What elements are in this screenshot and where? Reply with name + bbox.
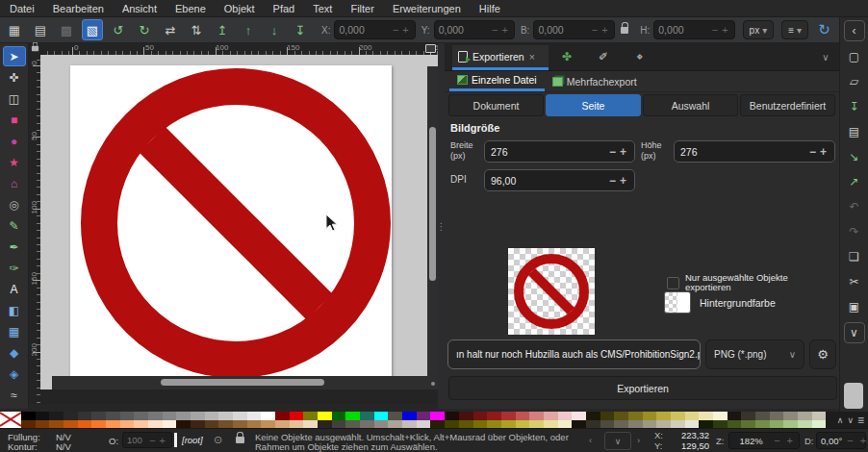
- palette-swatch[interactable]: [374, 420, 389, 429]
- palette-swatch[interactable]: [247, 420, 262, 429]
- palette-swatch[interactable]: [303, 420, 318, 429]
- palette-swatch[interactable]: [218, 412, 233, 420]
- vertical-ruler[interactable]: 050100150200250: [29, 55, 40, 404]
- palette-swatch[interactable]: [360, 412, 374, 420]
- palette-swatch[interactable]: [671, 420, 685, 429]
- palette-swatch[interactable]: [770, 420, 784, 429]
- scroll-up-icon[interactable]: ∧: [837, 415, 844, 425]
- palette-swatch[interactable]: [205, 412, 219, 420]
- menu-item[interactable]: Ansicht: [122, 3, 157, 14]
- export-width-field[interactable]: 276 − +: [484, 140, 635, 163]
- shape-builder-tool[interactable]: ◫: [3, 88, 26, 109]
- vertical-scrollbar-thumb[interactable]: [429, 127, 436, 281]
- star-tool[interactable]: ★: [3, 152, 26, 172]
- palette-swatch[interactable]: [275, 412, 290, 420]
- scroll-down-icon[interactable]: ∨: [847, 415, 854, 425]
- minus-icon[interactable]: −: [490, 24, 499, 36]
- gradient-tool[interactable]: ◧: [3, 300, 26, 320]
- calligraphy-tool[interactable]: ✑: [3, 258, 26, 278]
- height-field[interactable]: 0,000 − +: [653, 20, 734, 39]
- palette-swatch[interactable]: [473, 412, 488, 420]
- palette-swatch[interactable]: [501, 420, 516, 429]
- palette-swatch[interactable]: [374, 412, 389, 420]
- minus-icon[interactable]: −: [807, 145, 818, 159]
- palette-swatch[interactable]: [388, 412, 402, 420]
- paint-bucket-tool[interactable]: ◈: [3, 364, 26, 384]
- palette-swatch[interactable]: [78, 412, 92, 420]
- export-dialog-tab[interactable]: Exportieren ×: [452, 45, 549, 70]
- palette-swatch[interactable]: [303, 412, 318, 420]
- open-document-button[interactable]: ▱: [844, 72, 865, 91]
- plus-icon[interactable]: +: [500, 24, 510, 36]
- palette-swatch[interactable]: [205, 420, 219, 429]
- chevron-left-icon[interactable]: ‹: [589, 435, 592, 445]
- chevron-down-icon[interactable]: ∨: [812, 43, 839, 70]
- commands-bar-scroll-thumb[interactable]: [844, 383, 863, 409]
- plus-icon[interactable]: +: [858, 435, 868, 446]
- palette-swatch[interactable]: [685, 420, 700, 429]
- palette-swatch[interactable]: [713, 412, 728, 420]
- palette-swatch[interactable]: [516, 412, 530, 420]
- palette-swatch[interactable]: [233, 412, 247, 420]
- palette-swatch[interactable]: [120, 420, 135, 429]
- menu-item[interactable]: Ebene: [175, 3, 206, 14]
- palette-swatch[interactable]: [191, 420, 205, 429]
- palette-swatch[interactable]: [233, 420, 247, 429]
- palette-swatch[interactable]: [812, 420, 827, 429]
- palette-swatch[interactable]: [614, 420, 628, 429]
- rotate-ccw-button[interactable]: ↺: [108, 19, 129, 40]
- palette-swatch[interactable]: [501, 412, 516, 420]
- layer-lock-icon[interactable]: [236, 437, 244, 443]
- palette-swatch[interactable]: [656, 412, 671, 420]
- palette-swatch[interactable]: [473, 420, 488, 429]
- palette-swatch[interactable]: [49, 420, 64, 429]
- lower-to-bottom-button[interactable]: ↧: [290, 19, 311, 40]
- palette-swatch[interactable]: [728, 420, 742, 429]
- mesh-gradient-tool[interactable]: ▦: [3, 321, 26, 341]
- palette-menu-icon[interactable]: ≡: [857, 414, 864, 427]
- palette-swatch[interactable]: [529, 412, 544, 420]
- snapping-toggle-button[interactable]: ↻: [814, 19, 834, 40]
- palette-swatch[interactable]: [487, 412, 501, 420]
- palette-swatch[interactable]: [798, 420, 812, 429]
- menu-item[interactable]: Datei: [10, 3, 35, 14]
- palette-swatch[interactable]: [643, 420, 657, 429]
- palette-swatch[interactable]: [64, 412, 78, 420]
- palette-swatch[interactable]: [600, 420, 615, 429]
- palette-swatch[interactable]: [586, 412, 600, 420]
- minus-icon[interactable]: −: [147, 435, 157, 446]
- import-button[interactable]: ↘: [844, 147, 865, 166]
- palette-swatch[interactable]: [148, 420, 163, 429]
- spiral-tool[interactable]: ◎: [3, 194, 26, 214]
- palette-swatch[interactable]: [275, 420, 290, 429]
- palette-swatch[interactable]: [699, 412, 713, 420]
- zoom-field[interactable]: 182% − +: [728, 432, 800, 449]
- palette-swatch[interactable]: [671, 412, 685, 420]
- lower-button[interactable]: ↓: [264, 19, 285, 40]
- find-dialog-tab[interactable]: ⌖: [622, 43, 658, 70]
- undo-button[interactable]: ↶: [844, 197, 865, 216]
- palette-swatch[interactable]: [402, 412, 417, 420]
- palette-swatch[interactable]: [261, 412, 275, 420]
- palette-swatch[interactable]: [318, 420, 332, 429]
- dropper-tool[interactable]: ◆: [3, 342, 26, 363]
- pencil-tool[interactable]: ✎: [3, 215, 26, 236]
- palette-swatch[interactable]: [586, 420, 600, 429]
- menu-item[interactable]: Filter: [350, 3, 373, 14]
- drawing-viewport[interactable]: [40, 55, 438, 389]
- palette-swatch[interactable]: [798, 412, 812, 420]
- collapse-panel-button[interactable]: ‹: [844, 20, 865, 41]
- palette-swatch[interactable]: [544, 412, 558, 420]
- eye-icon[interactable]: ⊙: [214, 434, 222, 446]
- rotation-field[interactable]: 0,00° − +: [816, 432, 866, 449]
- plus-icon[interactable]: +: [618, 145, 628, 159]
- palette-swatch[interactable]: [134, 412, 148, 420]
- selector-tool[interactable]: ➤: [3, 46, 26, 66]
- palette-swatch[interactable]: [345, 412, 360, 420]
- palette-swatch[interactable]: [430, 420, 445, 429]
- stroke-value[interactable]: N/V: [56, 441, 71, 452]
- select-all-layers-button[interactable]: ▤: [30, 19, 51, 40]
- palette-swatch[interactable]: [345, 420, 360, 429]
- palette-swatch[interactable]: [544, 420, 558, 429]
- redo-button[interactable]: ↷: [844, 222, 865, 241]
